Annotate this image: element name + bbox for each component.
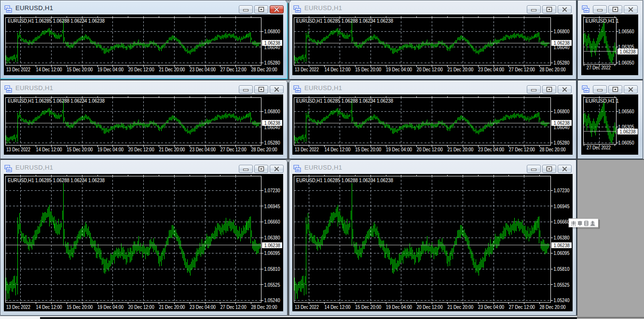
svg-text:1.05280: 1.05280 bbox=[554, 60, 570, 66]
svg-text:20 Dec 12:00: 20 Dec 12:00 bbox=[417, 66, 443, 72]
svg-text:15 Dec 20:00: 15 Dec 20:00 bbox=[67, 304, 93, 310]
svg-text:28 Dec 20:00: 28 Dec 20:00 bbox=[540, 146, 566, 152]
svg-text:1.05280: 1.05280 bbox=[554, 140, 570, 146]
svg-text:EURUSD,H1 1: EURUSD,H1 1 bbox=[586, 18, 619, 24]
svg-text:23 Dec 04:00: 23 Dec 04:00 bbox=[478, 304, 504, 310]
svg-text:13 Dec 2022: 13 Dec 2022 bbox=[295, 66, 319, 72]
svg-text:1.06095: 1.06095 bbox=[264, 250, 280, 256]
svg-text:27 Dec 2022: 27 Dec 2022 bbox=[587, 65, 611, 70]
svg-text:27 Dec 12:00: 27 Dec 12:00 bbox=[220, 146, 247, 152]
svg-text:13 Dec 2022: 13 Dec 2022 bbox=[6, 304, 30, 310]
svg-text:15 Dec 20:00: 15 Dec 20:00 bbox=[67, 66, 93, 72]
svg-text:1.06095: 1.06095 bbox=[554, 250, 570, 256]
svg-text:1.06560: 1.06560 bbox=[618, 108, 634, 114]
svg-text:1.06050: 1.06050 bbox=[618, 60, 634, 66]
svg-text:20 Dec 12:00: 20 Dec 12:00 bbox=[417, 146, 443, 152]
svg-text:27 Dec 12:00: 27 Dec 12:00 bbox=[509, 66, 535, 72]
svg-text:21 Dec 20:00: 21 Dec 20:00 bbox=[159, 304, 185, 310]
svg-text:1.06238: 1.06238 bbox=[620, 129, 636, 134]
svg-text:EURUSD,H1 1.06285 1.06288 1.0: EURUSD,H1 1.06285 1.06288 1.06234 1.0623… bbox=[8, 18, 105, 24]
svg-text:27 Dec 2022: 27 Dec 2022 bbox=[587, 145, 611, 150]
svg-text:1.06800: 1.06800 bbox=[264, 28, 280, 34]
svg-text:27 Dec 12:00: 27 Dec 12:00 bbox=[220, 304, 247, 310]
svg-text:19 Dec 04:00: 19 Dec 04:00 bbox=[97, 66, 123, 72]
svg-text:13 Dec 2022: 13 Dec 2022 bbox=[6, 146, 30, 152]
svg-text:1.06238: 1.06238 bbox=[620, 49, 636, 54]
svg-text:13 Dec 2022: 13 Dec 2022 bbox=[295, 304, 319, 310]
svg-text:1.06238: 1.06238 bbox=[554, 120, 570, 126]
svg-text:1.06800: 1.06800 bbox=[554, 108, 570, 114]
svg-text:27 Dec 12:00: 27 Dec 12:00 bbox=[509, 304, 535, 310]
svg-text:19 Dec 04:00: 19 Dec 04:00 bbox=[97, 146, 123, 152]
svg-text:15 Dec 20:00: 15 Dec 20:00 bbox=[355, 66, 381, 72]
svg-text:14 Dec 12:00: 14 Dec 12:00 bbox=[36, 66, 62, 72]
svg-text:1.05525: 1.05525 bbox=[264, 282, 280, 288]
svg-text:1.06380: 1.06380 bbox=[554, 235, 570, 240]
svg-text:1.06238: 1.06238 bbox=[264, 40, 280, 46]
svg-text:15 Dec 20:00: 15 Dec 20:00 bbox=[355, 304, 381, 310]
svg-text:1.06238: 1.06238 bbox=[264, 120, 280, 126]
svg-text:19 Dec 04:00: 19 Dec 04:00 bbox=[386, 66, 412, 72]
svg-text:21 Dec 20:00: 21 Dec 20:00 bbox=[159, 66, 185, 72]
svg-text:1.06238: 1.06238 bbox=[554, 40, 570, 46]
svg-text:20 Dec 12:00: 20 Dec 12:00 bbox=[417, 304, 443, 310]
svg-text:1.05810: 1.05810 bbox=[264, 266, 280, 272]
svg-text:14 Dec 12:00: 14 Dec 12:00 bbox=[325, 304, 351, 310]
svg-text:23 Dec 04:00: 23 Dec 04:00 bbox=[478, 146, 504, 152]
svg-text:21 Dec 20:00: 21 Dec 20:00 bbox=[159, 146, 185, 152]
svg-text:1.06945: 1.06945 bbox=[264, 203, 280, 209]
svg-text:1.06660: 1.06660 bbox=[264, 219, 280, 225]
svg-text:20 Dec 12:00: 20 Dec 12:00 bbox=[128, 304, 154, 310]
svg-text:15 Dec 20:00: 15 Dec 20:00 bbox=[67, 146, 93, 152]
svg-text:1.05280: 1.05280 bbox=[264, 60, 280, 66]
svg-text:EURUSD,H1 1.06285 1.06288 1.0: EURUSD,H1 1.06285 1.06288 1.06234 1.0623… bbox=[8, 177, 105, 183]
svg-text:21 Dec 20:00: 21 Dec 20:00 bbox=[447, 146, 473, 152]
svg-text:13 Dec 2022: 13 Dec 2022 bbox=[295, 146, 319, 152]
svg-text:1.06238: 1.06238 bbox=[554, 242, 570, 248]
svg-text:23 Dec 04:00: 23 Dec 04:00 bbox=[190, 146, 216, 152]
svg-text:1.05810: 1.05810 bbox=[554, 266, 570, 272]
svg-text:28 Dec 20:00: 28 Dec 20:00 bbox=[540, 66, 566, 72]
svg-text:1.05280: 1.05280 bbox=[264, 140, 280, 146]
svg-text:28 Dec 20:00: 28 Dec 20:00 bbox=[251, 304, 277, 310]
svg-text:1.06050: 1.06050 bbox=[618, 140, 634, 146]
svg-text:20 Dec 12:00: 20 Dec 12:00 bbox=[128, 146, 154, 152]
svg-text:14 Dec 12:00: 14 Dec 12:00 bbox=[36, 146, 62, 152]
svg-text:1.06800: 1.06800 bbox=[264, 108, 280, 114]
svg-text:15 Dec 20:00: 15 Dec 20:00 bbox=[355, 146, 381, 152]
svg-text:23 Dec 04:00: 23 Dec 04:00 bbox=[190, 66, 216, 72]
svg-text:19 Dec 04:00: 19 Dec 04:00 bbox=[386, 304, 412, 310]
svg-text:1.06945: 1.06945 bbox=[554, 203, 570, 209]
svg-text:1.05525: 1.05525 bbox=[554, 282, 570, 288]
svg-text:1.07230: 1.07230 bbox=[264, 187, 280, 193]
svg-text:1.06800: 1.06800 bbox=[554, 28, 570, 34]
svg-text:EURUSD,H1 1.06285 1.06288 1.0: EURUSD,H1 1.06285 1.06288 1.06234 1.0623… bbox=[296, 177, 393, 183]
svg-text:28 Dec 20:00: 28 Dec 20:00 bbox=[251, 146, 277, 152]
svg-text:EURUSD,H1 1.06285 1.06288 1.0: EURUSD,H1 1.06285 1.06288 1.06234 1.0623… bbox=[296, 98, 393, 104]
svg-text:1.05240: 1.05240 bbox=[554, 297, 570, 303]
svg-text:19 Dec 04:00: 19 Dec 04:00 bbox=[97, 304, 123, 310]
svg-text:27 Dec 12:00: 27 Dec 12:00 bbox=[509, 146, 535, 152]
svg-text:21 Dec 20:00: 21 Dec 20:00 bbox=[447, 304, 473, 310]
svg-text:21 Dec 20:00: 21 Dec 20:00 bbox=[447, 66, 473, 72]
svg-text:1.07230: 1.07230 bbox=[554, 187, 570, 193]
svg-text:EURUSD,H1 1.06285 1.06288 1.0: EURUSD,H1 1.06285 1.06288 1.06234 1.0623… bbox=[296, 18, 393, 24]
svg-text:1.06560: 1.06560 bbox=[618, 28, 634, 34]
svg-text:1.06660: 1.06660 bbox=[554, 219, 570, 225]
svg-text:1.06380: 1.06380 bbox=[264, 235, 280, 240]
svg-text:19 Dec 04:00: 19 Dec 04:00 bbox=[386, 146, 412, 152]
svg-text:23 Dec 04:00: 23 Dec 04:00 bbox=[478, 66, 504, 72]
svg-text:28 Dec 20:00: 28 Dec 20:00 bbox=[251, 66, 277, 72]
svg-text:1.06238: 1.06238 bbox=[264, 242, 280, 248]
svg-text:EURUSD,H1 1.06285 1.06288 1.0: EURUSD,H1 1.06285 1.06288 1.06234 1.0623… bbox=[8, 98, 105, 104]
svg-text:23 Dec 04:00: 23 Dec 04:00 bbox=[190, 304, 216, 310]
svg-text:EURUSD,H1 1: EURUSD,H1 1 bbox=[586, 98, 619, 104]
svg-text:14 Dec 12:00: 14 Dec 12:00 bbox=[325, 66, 351, 72]
svg-text:1.05240: 1.05240 bbox=[264, 297, 280, 303]
svg-text:14 Dec 12:00: 14 Dec 12:00 bbox=[36, 304, 62, 310]
svg-text:13 Dec 2022: 13 Dec 2022 bbox=[6, 66, 30, 72]
svg-text:14 Dec 12:00: 14 Dec 12:00 bbox=[325, 146, 351, 152]
svg-text:20 Dec 12:00: 20 Dec 12:00 bbox=[128, 66, 154, 72]
svg-text:28 Dec 20:00: 28 Dec 20:00 bbox=[540, 304, 566, 310]
svg-text:27 Dec 12:00: 27 Dec 12:00 bbox=[220, 66, 247, 72]
